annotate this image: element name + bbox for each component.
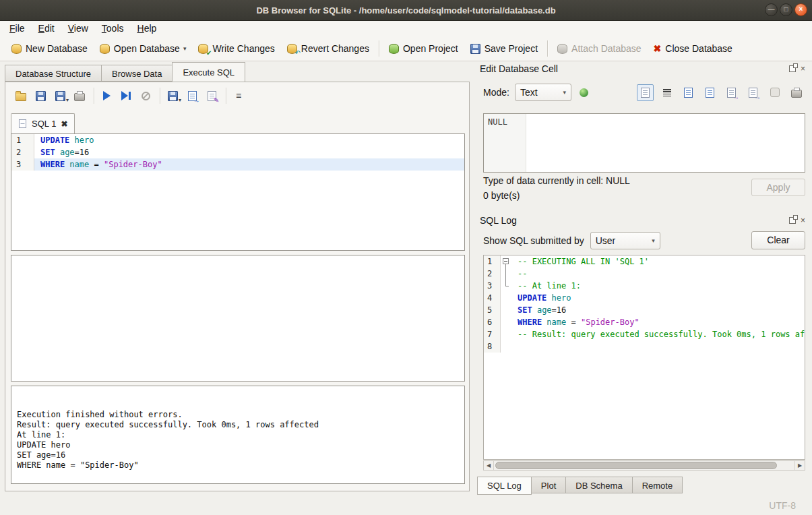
open-project-icon [389, 44, 399, 54]
find-replace-button[interactable]: ✎ [203, 87, 220, 104]
pencil-badge-icon: ✎ [214, 97, 219, 104]
close-database-label: Close Database [665, 43, 732, 54]
new-database-button[interactable]: New Database [5, 39, 94, 59]
sql-editor[interactable]: 1UPDATE hero2SET age=163WHERE name = "Sp… [11, 133, 465, 251]
sql-tab-close-icon[interactable]: ✖ [61, 119, 67, 129]
align-left-icon [663, 89, 671, 96]
open-database-button[interactable]: Open Database ▾ [94, 39, 193, 59]
print-cell-button[interactable] [788, 84, 805, 101]
open-sql-file-button[interactable] [12, 87, 30, 104]
apply-button[interactable]: Apply [751, 179, 805, 196]
tab-browse-data[interactable]: Browse Data [101, 65, 173, 82]
clear-log-button[interactable]: Clear [751, 231, 805, 249]
save-sql-file-button[interactable] [32, 87, 49, 104]
submitted-by-select[interactable]: User ▾ [590, 232, 660, 249]
toolbar-separator [226, 88, 226, 104]
new-database-icon [11, 44, 22, 54]
save-sql-file-as-button[interactable]: ▾ [51, 87, 69, 104]
open-project-button[interactable]: Open Project [383, 39, 464, 59]
scrollbar-thumb[interactable] [495, 462, 777, 469]
toolbar-separator [547, 40, 548, 57]
chevron-down-icon: ▾ [183, 45, 187, 52]
tab-sql-1[interactable]: SQL 1 ✖ [11, 113, 75, 133]
sql-log-view: 1-- EXECUTING ALL IN 'SQL 1'2--3-- At li… [483, 255, 805, 460]
execute-current-line-button[interactable] [117, 87, 135, 104]
edit-cell-title: Edit Database Cell [480, 63, 558, 74]
print-sql-button[interactable] [71, 87, 88, 104]
dock-float-icon[interactable] [789, 65, 796, 72]
write-changes-button[interactable]: ✔ Write Changes [192, 39, 280, 59]
tab-db-schema[interactable]: DB Schema [565, 477, 632, 493]
execute-sql-panel: ▾ ▾ → ✎ ≡ SQL 1 ✖ [5, 82, 470, 491]
attach-database-button[interactable]: Attach Database [551, 39, 648, 59]
save-sql-file-as-icon [55, 91, 65, 101]
app-window: DB Browser for SQLite - /home/user/code/… [0, 0, 812, 515]
scroll-left-icon[interactable]: ◀ [484, 461, 494, 470]
sql-toolbar: ▾ ▾ → ✎ ≡ [12, 86, 249, 106]
dock-close-icon[interactable]: × [801, 216, 805, 224]
export-results-icon: → [188, 91, 197, 101]
save-project-icon [470, 44, 480, 54]
export-results-button[interactable]: → [183, 87, 201, 104]
save-project-button[interactable]: Save Project [464, 39, 544, 59]
revert-changes-button[interactable]: ↶ Revert Changes [281, 39, 375, 59]
horizontal-scrollbar[interactable]: ◀ ▶ [483, 460, 805, 471]
menu-view[interactable]: View [61, 21, 95, 36]
tab-execute-sql[interactable]: Execute SQL [172, 62, 245, 82]
menu-file[interactable]: File [3, 21, 32, 36]
menu-tools[interactable]: Tools [95, 21, 131, 36]
auto-format-button[interactable]: ≡ [230, 87, 247, 104]
scroll-right-icon[interactable]: ▶ [794, 461, 805, 470]
results-grid[interactable] [11, 255, 465, 382]
save-results-button[interactable]: ▾ [164, 87, 181, 104]
set-null-button[interactable] [766, 84, 783, 101]
import-cell-button[interactable]: → [723, 84, 740, 101]
attach-database-label: Attach Database [571, 43, 642, 54]
minimize-button[interactable]: — [765, 3, 778, 16]
cell-type-info: Type of data currently in cell: NULL [483, 175, 630, 186]
minimize-icon: — [768, 5, 775, 13]
main-toolbar: New Database Open Database ▾ ✔ Write Cha… [0, 36, 812, 61]
close-database-button[interactable]: ✖ Close Database [648, 39, 739, 59]
sql-file-icon [19, 119, 26, 128]
export-icon: → [749, 88, 757, 98]
dock-close-icon[interactable]: × [801, 65, 805, 73]
cell-settings-button[interactable] [575, 84, 593, 101]
cell-editor[interactable]: NULL [483, 113, 805, 173]
encoding-indicator: UTF-8 [769, 500, 796, 511]
format-lines-icon: ≡ [236, 91, 241, 100]
main-area: Database Structure Browse Data Execute S… [0, 61, 812, 496]
mode-select[interactable]: Text ▾ [515, 84, 571, 101]
document-icon [641, 88, 650, 98]
menu-help[interactable]: Help [131, 21, 164, 36]
text-view-button[interactable] [637, 84, 654, 101]
execute-line-icon [121, 91, 131, 100]
revert-changes-label: Revert Changes [301, 43, 369, 54]
stop-execution-button[interactable] [137, 87, 154, 104]
tab-database-structure[interactable]: Database Structure [5, 65, 102, 82]
word-wrap-button[interactable] [658, 84, 675, 101]
tab-plot[interactable]: Plot [531, 477, 566, 493]
execute-all-button[interactable] [98, 87, 115, 104]
export-cell-button[interactable]: → [745, 84, 761, 101]
sql-log-lines: 1-- EXECUTING ALL IN 'SQL 1'2--3-- At li… [484, 255, 805, 353]
save-sql-file-icon [36, 91, 46, 101]
close-button[interactable]: × [794, 3, 807, 16]
write-changes-label: Write Changes [212, 43, 274, 54]
tab-remote[interactable]: Remote [632, 477, 683, 493]
paste-cell-button[interactable] [701, 84, 718, 101]
print-icon [791, 90, 802, 98]
dock-buttons: × [789, 216, 805, 224]
chevron-down-icon: ▾ [652, 237, 655, 244]
chevron-down-icon: ▾ [179, 97, 181, 103]
close-database-icon: ✖ [654, 44, 662, 53]
copy-cell-button[interactable] [680, 84, 697, 101]
dock-float-icon[interactable] [789, 217, 796, 224]
paste-icon [706, 88, 714, 98]
maximize-button[interactable]: □ [780, 3, 792, 16]
write-changes-icon: ✔ [198, 44, 208, 54]
sql-log-filter-row: Show SQL submitted by User ▾ [483, 231, 744, 250]
window-controls: — □ × [765, 3, 807, 16]
tab-sql-log[interactable]: SQL Log [477, 477, 532, 495]
menu-edit[interactable]: Edit [32, 21, 61, 36]
